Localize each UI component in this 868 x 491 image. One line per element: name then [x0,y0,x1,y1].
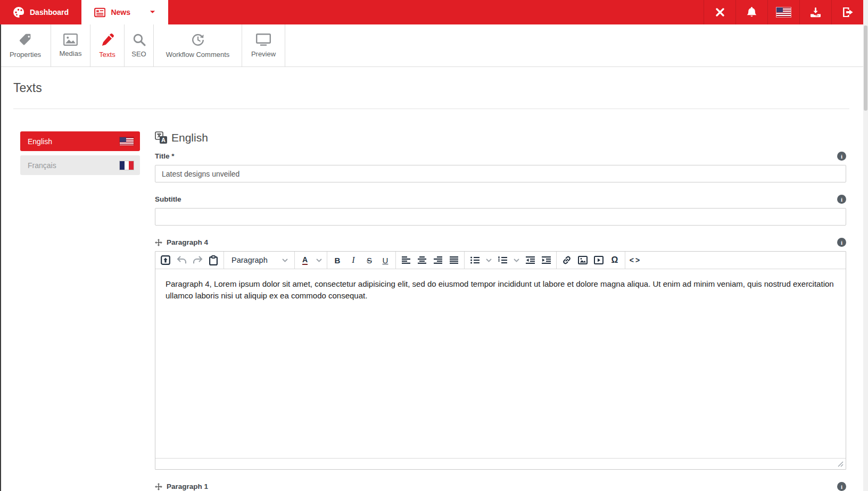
bullet-list-button[interactable] [467,252,483,269]
section-heading: A English [155,131,846,144]
tab-workflow-comments[interactable]: Workflow Comments [154,24,242,66]
close-button[interactable] [704,0,735,24]
source-code-button[interactable]: <> [627,252,643,269]
paste-button[interactable] [205,252,221,269]
tab-label: SEO [131,50,146,58]
topbar-tab-dashboard[interactable]: Dashboard [0,0,81,24]
bell-icon [747,7,757,18]
window-edge [0,24,1,491]
numbered-list-button[interactable] [494,252,510,269]
underline-icon: U [383,256,388,265]
subtitle-label: Subtitle [155,195,181,203]
info-icon[interactable]: i [837,152,846,161]
move-icon[interactable] [155,239,162,246]
tab-texts[interactable]: Texts [90,24,125,66]
paste-icon [209,255,218,265]
topbar-tab-label: News [111,8,130,16]
redo-button[interactable] [189,252,205,269]
image-icon [63,34,78,46]
monitor-icon [256,34,271,46]
italic-button[interactable]: I [345,252,361,269]
chevron-down-icon [514,259,519,262]
topbar-tab-news[interactable]: News [81,0,168,24]
language-label: English [28,137,52,146]
search-icon [133,33,146,46]
bold-button[interactable]: B [329,252,345,269]
align-center-button[interactable] [414,252,430,269]
text-color-button[interactable]: A [297,252,313,269]
section-title: English [171,131,208,144]
pencil-icon [101,33,114,47]
browse-files-button[interactable] [158,252,173,269]
anchor-button[interactable]: Ω [607,252,623,269]
subtitle-input[interactable] [155,208,846,226]
underline-button[interactable]: U [377,252,393,269]
info-icon[interactable]: i [837,238,846,247]
download-button[interactable] [799,0,831,24]
topbar-tab-label: Dashboard [30,8,69,16]
info-icon[interactable]: i [837,482,846,491]
align-left-icon [402,256,410,264]
italic-icon: I [352,255,354,265]
format-select[interactable]: Paragraph [226,256,292,264]
paragraph1-label: Paragraph 1 [155,482,208,490]
code-icon: <> [630,256,641,264]
translate-icon: A [155,131,168,144]
tag-icon [19,33,32,47]
dashboard-icon [13,6,24,18]
indent-button[interactable] [538,252,554,269]
chevron-down-icon[interactable] [150,10,155,14]
insert-media-button[interactable] [591,252,607,269]
chevron-down-icon [282,259,288,262]
numbered-list-menu-button[interactable] [510,252,522,269]
history-clock-icon [191,33,205,47]
tab-seo[interactable]: SEO [125,24,154,66]
align-right-button[interactable] [430,252,446,269]
align-justify-icon [450,256,458,264]
paragraph4-content[interactable]: Paragraph 4, Lorem ipsum dolor sit amet,… [155,269,846,458]
strikethrough-button[interactable]: S [361,252,377,269]
logout-button[interactable] [831,0,863,24]
scrollbar-thumb[interactable] [864,26,867,111]
tab-preview[interactable]: Preview [242,24,285,66]
page-title: Texts [13,81,868,95]
title-input[interactable] [155,165,846,182]
language-panel: English Français [20,131,140,179]
resize-handle-icon[interactable] [838,461,844,467]
language-flag-button[interactable] [767,0,799,24]
text-color-menu-button[interactable] [313,252,325,269]
align-left-button[interactable] [398,252,414,269]
rich-text-editor-paragraph4: Paragraph A B I S U [155,251,846,470]
language-label: Français [28,161,56,170]
texts-form: A English Title * i Subtitle i Paragraph… [155,131,846,491]
tab-properties[interactable]: Properties [0,24,51,66]
fr-flag-icon [120,161,134,170]
svg-text:A: A [161,137,166,143]
outdent-button[interactable] [522,252,538,269]
tab-label: Medias [60,49,82,57]
chevron-down-icon [316,259,322,262]
tab-medias[interactable]: Medias [51,24,90,66]
paragraph4-label: Paragraph 4 [155,238,208,246]
move-icon[interactable] [155,483,162,490]
bold-icon: B [335,256,341,265]
undo-icon [177,256,187,264]
insert-image-icon [578,256,588,264]
editor-toolbar: Paragraph A B I S U [155,252,846,269]
bullet-list-menu-button[interactable] [483,252,494,269]
anchor-icon: Ω [611,255,618,265]
language-item-french[interactable]: Français [20,155,140,175]
news-icon [94,7,105,18]
text-color-icon: A [302,256,308,265]
browse-files-icon [161,255,170,265]
insert-image-button[interactable] [575,252,591,269]
link-button[interactable] [559,252,575,269]
align-justify-button[interactable] [446,252,462,269]
info-icon[interactable]: i [837,195,846,204]
tab-label: Texts [99,51,115,59]
language-item-english[interactable]: English [20,131,140,151]
vertical-scrollbar[interactable] [863,0,868,491]
top-navigation-bar: Dashboard News [0,0,863,24]
undo-button[interactable] [173,252,189,269]
notifications-button[interactable] [735,0,767,24]
